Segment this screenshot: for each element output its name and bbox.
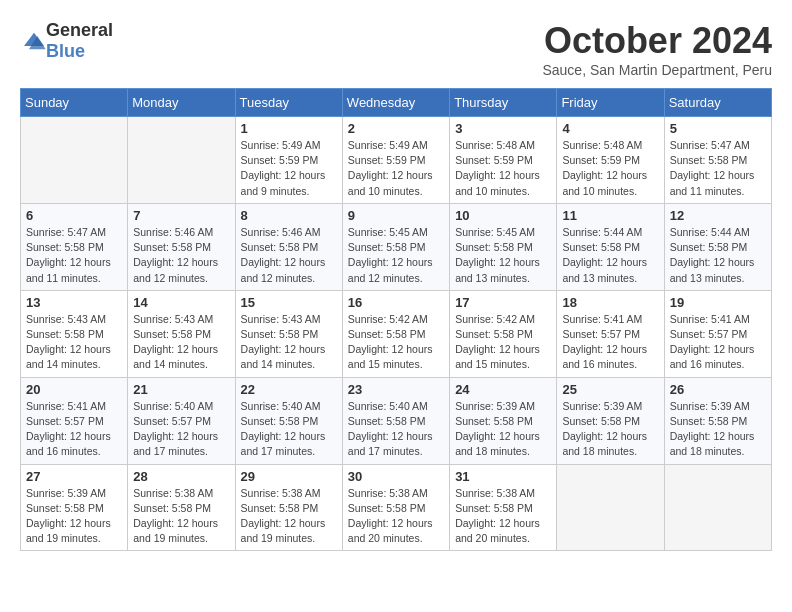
logo-icon (22, 31, 46, 51)
day-number: 12 (670, 208, 766, 223)
day-info: Sunrise: 5:43 AM Sunset: 5:58 PM Dayligh… (241, 312, 337, 373)
day-info: Sunrise: 5:38 AM Sunset: 5:58 PM Dayligh… (241, 486, 337, 547)
calendar-week-2: 6Sunrise: 5:47 AM Sunset: 5:58 PM Daylig… (21, 203, 772, 290)
day-number: 29 (241, 469, 337, 484)
day-number: 24 (455, 382, 551, 397)
logo: General Blue (20, 20, 113, 62)
calendar-cell: 10Sunrise: 5:45 AM Sunset: 5:58 PM Dayli… (450, 203, 557, 290)
calendar-cell: 3Sunrise: 5:48 AM Sunset: 5:59 PM Daylig… (450, 117, 557, 204)
day-info: Sunrise: 5:43 AM Sunset: 5:58 PM Dayligh… (26, 312, 122, 373)
day-number: 27 (26, 469, 122, 484)
day-number: 2 (348, 121, 444, 136)
day-number: 7 (133, 208, 229, 223)
day-number: 26 (670, 382, 766, 397)
day-info: Sunrise: 5:44 AM Sunset: 5:58 PM Dayligh… (562, 225, 658, 286)
day-info: Sunrise: 5:39 AM Sunset: 5:58 PM Dayligh… (455, 399, 551, 460)
calendar-table: SundayMondayTuesdayWednesdayThursdayFrid… (20, 88, 772, 551)
calendar-cell: 20Sunrise: 5:41 AM Sunset: 5:57 PM Dayli… (21, 377, 128, 464)
calendar-cell: 18Sunrise: 5:41 AM Sunset: 5:57 PM Dayli… (557, 290, 664, 377)
calendar-cell: 31Sunrise: 5:38 AM Sunset: 5:58 PM Dayli… (450, 464, 557, 551)
calendar-cell: 24Sunrise: 5:39 AM Sunset: 5:58 PM Dayli… (450, 377, 557, 464)
logo-general: General (46, 20, 113, 40)
day-info: Sunrise: 5:48 AM Sunset: 5:59 PM Dayligh… (562, 138, 658, 199)
calendar-cell: 13Sunrise: 5:43 AM Sunset: 5:58 PM Dayli… (21, 290, 128, 377)
calendar-cell: 17Sunrise: 5:42 AM Sunset: 5:58 PM Dayli… (450, 290, 557, 377)
day-number: 30 (348, 469, 444, 484)
calendar-cell (664, 464, 771, 551)
logo-blue: Blue (46, 41, 85, 61)
weekday-header-monday: Monday (128, 89, 235, 117)
day-number: 18 (562, 295, 658, 310)
calendar-week-3: 13Sunrise: 5:43 AM Sunset: 5:58 PM Dayli… (21, 290, 772, 377)
weekday-header-friday: Friday (557, 89, 664, 117)
calendar-cell: 23Sunrise: 5:40 AM Sunset: 5:58 PM Dayli… (342, 377, 449, 464)
day-info: Sunrise: 5:40 AM Sunset: 5:58 PM Dayligh… (241, 399, 337, 460)
day-number: 13 (26, 295, 122, 310)
calendar-cell: 21Sunrise: 5:40 AM Sunset: 5:57 PM Dayli… (128, 377, 235, 464)
day-number: 15 (241, 295, 337, 310)
day-number: 14 (133, 295, 229, 310)
day-info: Sunrise: 5:49 AM Sunset: 5:59 PM Dayligh… (241, 138, 337, 199)
day-info: Sunrise: 5:47 AM Sunset: 5:58 PM Dayligh… (670, 138, 766, 199)
day-number: 9 (348, 208, 444, 223)
title-area: October 2024 Sauce, San Martin Departmen… (542, 20, 772, 78)
calendar-cell: 27Sunrise: 5:39 AM Sunset: 5:58 PM Dayli… (21, 464, 128, 551)
calendar-cell: 7Sunrise: 5:46 AM Sunset: 5:58 PM Daylig… (128, 203, 235, 290)
day-info: Sunrise: 5:39 AM Sunset: 5:58 PM Dayligh… (562, 399, 658, 460)
day-info: Sunrise: 5:45 AM Sunset: 5:58 PM Dayligh… (348, 225, 444, 286)
calendar-cell: 6Sunrise: 5:47 AM Sunset: 5:58 PM Daylig… (21, 203, 128, 290)
day-info: Sunrise: 5:41 AM Sunset: 5:57 PM Dayligh… (670, 312, 766, 373)
day-number: 3 (455, 121, 551, 136)
calendar-cell: 2Sunrise: 5:49 AM Sunset: 5:59 PM Daylig… (342, 117, 449, 204)
calendar-cell: 26Sunrise: 5:39 AM Sunset: 5:58 PM Dayli… (664, 377, 771, 464)
day-info: Sunrise: 5:47 AM Sunset: 5:58 PM Dayligh… (26, 225, 122, 286)
day-number: 31 (455, 469, 551, 484)
day-info: Sunrise: 5:46 AM Sunset: 5:58 PM Dayligh… (133, 225, 229, 286)
calendar-cell (128, 117, 235, 204)
day-number: 8 (241, 208, 337, 223)
weekday-header-row: SundayMondayTuesdayWednesdayThursdayFrid… (21, 89, 772, 117)
calendar-cell: 14Sunrise: 5:43 AM Sunset: 5:58 PM Dayli… (128, 290, 235, 377)
calendar-cell: 9Sunrise: 5:45 AM Sunset: 5:58 PM Daylig… (342, 203, 449, 290)
day-number: 22 (241, 382, 337, 397)
day-info: Sunrise: 5:42 AM Sunset: 5:58 PM Dayligh… (455, 312, 551, 373)
day-number: 17 (455, 295, 551, 310)
calendar-cell: 4Sunrise: 5:48 AM Sunset: 5:59 PM Daylig… (557, 117, 664, 204)
day-info: Sunrise: 5:42 AM Sunset: 5:58 PM Dayligh… (348, 312, 444, 373)
day-number: 23 (348, 382, 444, 397)
weekday-header-thursday: Thursday (450, 89, 557, 117)
calendar-cell: 28Sunrise: 5:38 AM Sunset: 5:58 PM Dayli… (128, 464, 235, 551)
day-info: Sunrise: 5:46 AM Sunset: 5:58 PM Dayligh… (241, 225, 337, 286)
day-info: Sunrise: 5:40 AM Sunset: 5:57 PM Dayligh… (133, 399, 229, 460)
calendar-cell: 29Sunrise: 5:38 AM Sunset: 5:58 PM Dayli… (235, 464, 342, 551)
day-number: 19 (670, 295, 766, 310)
day-number: 6 (26, 208, 122, 223)
calendar-cell: 25Sunrise: 5:39 AM Sunset: 5:58 PM Dayli… (557, 377, 664, 464)
day-info: Sunrise: 5:38 AM Sunset: 5:58 PM Dayligh… (455, 486, 551, 547)
calendar-cell: 16Sunrise: 5:42 AM Sunset: 5:58 PM Dayli… (342, 290, 449, 377)
calendar-cell: 15Sunrise: 5:43 AM Sunset: 5:58 PM Dayli… (235, 290, 342, 377)
day-info: Sunrise: 5:41 AM Sunset: 5:57 PM Dayligh… (562, 312, 658, 373)
calendar-cell: 11Sunrise: 5:44 AM Sunset: 5:58 PM Dayli… (557, 203, 664, 290)
day-info: Sunrise: 5:48 AM Sunset: 5:59 PM Dayligh… (455, 138, 551, 199)
calendar-cell (21, 117, 128, 204)
day-info: Sunrise: 5:45 AM Sunset: 5:58 PM Dayligh… (455, 225, 551, 286)
day-info: Sunrise: 5:44 AM Sunset: 5:58 PM Dayligh… (670, 225, 766, 286)
weekday-header-sunday: Sunday (21, 89, 128, 117)
calendar-cell: 5Sunrise: 5:47 AM Sunset: 5:58 PM Daylig… (664, 117, 771, 204)
calendar-week-4: 20Sunrise: 5:41 AM Sunset: 5:57 PM Dayli… (21, 377, 772, 464)
day-info: Sunrise: 5:49 AM Sunset: 5:59 PM Dayligh… (348, 138, 444, 199)
weekday-header-tuesday: Tuesday (235, 89, 342, 117)
day-info: Sunrise: 5:39 AM Sunset: 5:58 PM Dayligh… (670, 399, 766, 460)
calendar-cell: 8Sunrise: 5:46 AM Sunset: 5:58 PM Daylig… (235, 203, 342, 290)
day-number: 25 (562, 382, 658, 397)
day-number: 5 (670, 121, 766, 136)
calendar-cell: 1Sunrise: 5:49 AM Sunset: 5:59 PM Daylig… (235, 117, 342, 204)
month-title: October 2024 (542, 20, 772, 62)
header: General Blue October 2024 Sauce, San Mar… (20, 20, 772, 78)
day-number: 20 (26, 382, 122, 397)
day-number: 16 (348, 295, 444, 310)
calendar-cell: 19Sunrise: 5:41 AM Sunset: 5:57 PM Dayli… (664, 290, 771, 377)
weekday-header-wednesday: Wednesday (342, 89, 449, 117)
weekday-header-saturday: Saturday (664, 89, 771, 117)
